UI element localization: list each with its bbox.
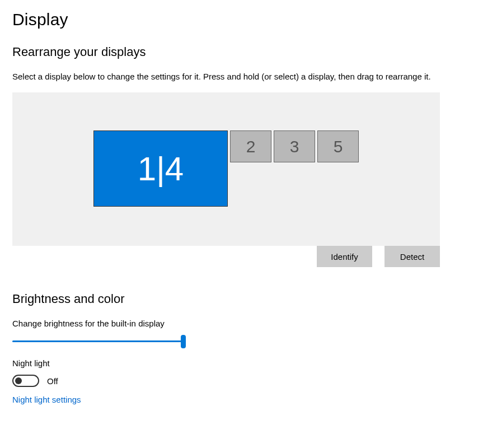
display-arrangement-canvas[interactable]: 1|4 2 3 5 <box>12 92 440 246</box>
monitor-5[interactable]: 5 <box>317 130 359 162</box>
brightness-slider-label: Change brightness for the built-in displ… <box>12 319 485 328</box>
monitor-3[interactable]: 3 <box>274 130 315 162</box>
night-light-toggle-row: Off <box>12 375 485 387</box>
arrangement-actions: Identify Detect <box>12 246 440 267</box>
displays-row: 1|4 2 3 5 <box>93 130 359 207</box>
page-title: Display <box>12 10 485 29</box>
slider-track <box>12 340 186 342</box>
night-light-settings-link[interactable]: Night light settings <box>12 395 81 404</box>
night-light-status: Off <box>47 376 58 386</box>
slider-thumb[interactable] <box>181 335 186 348</box>
rearrange-instruction: Select a display below to change the set… <box>12 72 485 81</box>
brightness-slider[interactable] <box>12 335 186 348</box>
identify-button[interactable]: Identify <box>317 246 372 267</box>
monitor-primary[interactable]: 1|4 <box>93 130 228 207</box>
rearrange-heading: Rearrange your displays <box>12 45 485 59</box>
toggle-knob <box>15 377 22 384</box>
brightness-heading: Brightness and color <box>12 292 485 306</box>
night-light-toggle[interactable] <box>12 375 39 387</box>
detect-button[interactable]: Detect <box>385 246 440 267</box>
night-light-label: Night light <box>12 358 485 368</box>
monitor-2[interactable]: 2 <box>230 130 271 162</box>
